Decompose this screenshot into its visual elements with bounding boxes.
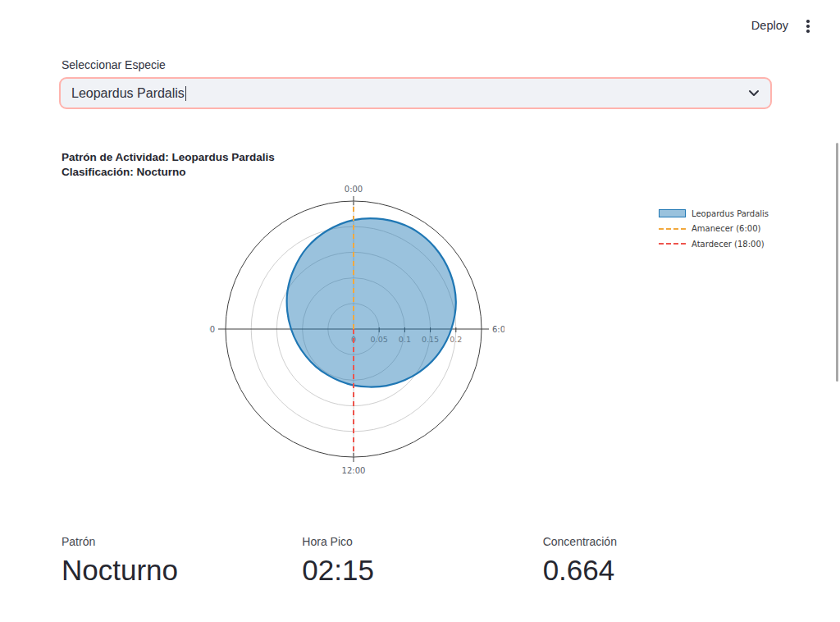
metric-label: Hora Pico [302,535,529,548]
hour-label-18: 18:00 [209,325,215,334]
metric-label: Patrón [62,535,289,548]
radial-tick-label: 0.2 [450,335,462,344]
polar-activity-chart: 00.050.10.150.20:006:0012:0018:00 [209,185,504,480]
text-cursor [185,86,187,101]
chart-legend: Leopardus Pardalis Amanecer (6:00) Atard… [659,206,769,252]
legend-swatch-sunset [659,243,686,245]
hour-label-12: 12:00 [342,466,366,475]
kebab-menu-icon[interactable] [801,18,815,34]
chart-title: Patrón de Actividad: Leopardus Pardalis … [62,150,275,179]
metric-patron: Patrón Nocturno [62,535,289,584]
vertical-scrollbar-thumb[interactable] [836,143,838,382]
deploy-button[interactable]: Deploy [751,19,788,32]
legend-label-sunrise: Amanecer (6:00) [692,224,760,233]
metric-concentracion: Concentración 0.664 [543,535,770,584]
metric-value: 0.664 [543,556,770,584]
metric-value: 02:15 [302,556,529,584]
legend-item-sunset: Atardecer (18:00) [659,236,769,252]
legend-label-sunset: Atardecer (18:00) [692,240,765,249]
legend-item-sunrise: Amanecer (6:00) [659,222,769,237]
chart-title-line2: Clasificación: Nocturno [62,165,275,180]
metric-value: Nocturno [62,556,289,584]
legend-swatch-series [659,209,686,217]
legend-label-series: Leopardus Pardalis [692,209,769,218]
species-select-value: Leopardus Pardalis [71,86,185,101]
metric-hora-pico: Hora Pico 02:15 [302,535,529,584]
legend-item-series: Leopardus Pardalis [659,206,769,222]
metrics-row: Patrón Nocturno Hora Pico 02:15 Concentr… [62,535,783,584]
species-select-label: Seleccionar Especie [62,58,166,71]
chevron-down-icon [748,89,760,97]
legend-swatch-sunrise [659,228,686,230]
hour-label-6: 6:00 [492,325,504,334]
species-select[interactable]: Leopardus Pardalis [59,77,772,109]
chart-title-line1: Patrón de Actividad: Leopardus Pardalis [62,150,275,165]
activity-density-area [287,218,456,386]
hour-label-0: 0:00 [345,185,363,194]
metric-label: Concentración [543,535,770,548]
